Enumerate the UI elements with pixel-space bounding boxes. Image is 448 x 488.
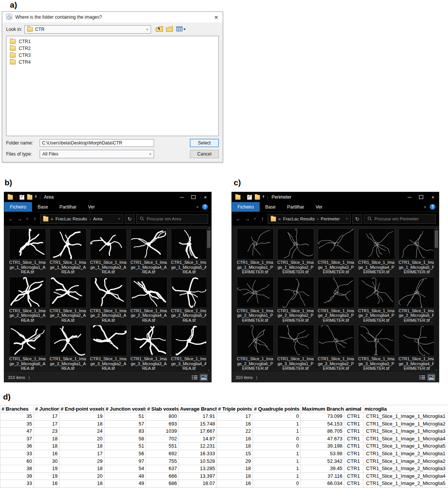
- file-tile[interactable]: CTR1_Slice_1_Image_1_Microglia1_PERIMETE…: [236, 229, 274, 274]
- tab-ficheiro[interactable]: Ficheiro: [232, 202, 260, 212]
- tab-partilhar[interactable]: Partilhar: [281, 202, 310, 212]
- maximize-button[interactable]: [188, 192, 199, 202]
- cancel-button[interactable]: Cancel: [190, 150, 219, 158]
- file-tile[interactable]: CTR1_Slice_1_Image_3_Microglia4_AREA.tif: [170, 325, 208, 371]
- file-tile[interactable]: CTR1_Slice_1_Image_3_Microglia4_PERIMETE…: [398, 325, 435, 371]
- quick-access-toolbar-chevron-icon[interactable]: ▾: [35, 195, 37, 199]
- scroll-thumb[interactable]: [435, 230, 438, 248]
- file-tile[interactable]: CTR1_Slice_1_Image_3_Microglia1_PERIMETE…: [277, 325, 314, 371]
- file-tile[interactable]: CTR1_Slice_1_Image_1_Microglia3_AREA.tif: [90, 229, 127, 274]
- tab-base[interactable]: Base: [260, 202, 281, 212]
- file-tile[interactable]: CTR1_Slice_1_Image_2_Microglia6_AREA.tif: [9, 325, 46, 371]
- new-folder-icon[interactable]: [166, 26, 174, 34]
- back-icon[interactable]: ←: [235, 216, 242, 222]
- scroll-down-icon[interactable]: ˅: [435, 368, 437, 372]
- collapse-ribbon-icon[interactable]: ˅: [196, 205, 199, 209]
- close-button[interactable]: ×: [427, 192, 439, 202]
- scrollbar[interactable]: ˄ ˅: [434, 226, 439, 372]
- collapse-ribbon-icon[interactable]: ˅: [424, 205, 426, 209]
- file-tile[interactable]: CTR1_Slice_1_Image_1_Microglia2_AREA.tif: [49, 229, 87, 274]
- view-menu-icon[interactable]: [176, 26, 186, 33]
- minimize-button[interactable]: [176, 192, 188, 202]
- file-tile[interactable]: CTR1_Slice_1_Image_2_Microglia1_AREA.tif: [9, 277, 46, 323]
- file-tile[interactable]: CTR1_Slice_1_Image_2_Microglia4_PERIMETE…: [358, 277, 395, 323]
- back-icon[interactable]: ←: [7, 216, 14, 222]
- tab-ficheiro[interactable]: Ficheiro: [4, 202, 32, 212]
- quick-access-folder-icon[interactable]: [255, 195, 260, 200]
- file-tile[interactable]: CTR1_Slice_1_Image_2_Microglia3_AREA.tif: [90, 277, 127, 323]
- quick-access-toolbar-chevron-icon[interactable]: ▾: [263, 195, 265, 199]
- breadcrumb-current[interactable]: Area: [93, 217, 102, 221]
- up-icon[interactable]: ↑: [259, 216, 266, 222]
- files-of-type-combobox[interactable]: All Files ˅: [40, 150, 154, 158]
- file-tile[interactable]: CTR1_Slice_1_Image_1_Microglia5_PERIMETE…: [398, 229, 435, 274]
- details-view-icon[interactable]: [418, 374, 426, 381]
- details-view-icon[interactable]: [191, 374, 198, 381]
- file-tile[interactable]: CTR1_Slice_1_Image_2_Microglia3_PERIMETE…: [317, 277, 355, 323]
- address-bar[interactable]: « FracLac Results › Perimeter ˅: [268, 214, 351, 224]
- file-tile[interactable]: CTR1_Slice_1_Image_2_Microglia1_PERIMETE…: [236, 277, 274, 323]
- file-tile[interactable]: CTR1_Slice_1_Image_2_Microglia5_AREA.tif: [170, 277, 208, 323]
- file-tile[interactable]: CTR1_Slice_1_Image_1_Microglia3_PERIMETE…: [317, 229, 355, 274]
- folder-list-item[interactable]: CTR3: [6, 52, 218, 59]
- file-tile[interactable]: CTR1_Slice_1_Image_2_Microglia4_AREA.tif: [130, 277, 167, 323]
- breadcrumb-chevrons[interactable]: «: [278, 217, 281, 221]
- up-icon[interactable]: ↑: [31, 216, 39, 222]
- file-tile[interactable]: CTR1_Slice_1_Image_2_Microglia6_PERIMETE…: [236, 325, 274, 371]
- file-tile[interactable]: CTR1_Slice_1_Image_3_Microglia1_AREA.tif: [49, 325, 87, 371]
- scroll-up-icon[interactable]: ˄: [208, 226, 210, 230]
- breadcrumb-chevrons[interactable]: «: [51, 217, 53, 221]
- file-tile[interactable]: CTR1_Slice_1_Image_3_Microglia2_PERIMETE…: [317, 325, 355, 371]
- file-tile[interactable]: CTR1_Slice_1_Image_1_Microglia1_AREA.tif: [9, 229, 46, 274]
- tab-base[interactable]: Base: [32, 202, 54, 212]
- forward-icon[interactable]: →: [16, 216, 23, 222]
- scrollbar[interactable]: ˄ ˅: [206, 226, 211, 372]
- help-icon[interactable]: ?: [430, 204, 435, 210]
- tab-ver[interactable]: Ver: [82, 202, 101, 212]
- close-button[interactable]: ×: [199, 192, 211, 202]
- file-tile[interactable]: CTR1_Slice_1_Image_1_Microglia5_AREA.tif: [170, 229, 208, 274]
- refresh-icon[interactable]: ↻: [352, 214, 362, 224]
- file-tile[interactable]: CTR1_Slice_1_Image_2_Microglia2_AREA.tif: [49, 277, 87, 323]
- breadcrumb-root[interactable]: FracLac Results: [55, 217, 87, 221]
- refresh-icon[interactable]: ↻: [125, 214, 135, 224]
- forward-icon[interactable]: →: [244, 216, 251, 222]
- breadcrumb-current[interactable]: Perimeter: [321, 217, 340, 221]
- tab-partilhar[interactable]: Partilhar: [54, 202, 82, 212]
- folder-name-input[interactable]: [40, 139, 154, 147]
- thumbnail-view-icon[interactable]: [200, 374, 207, 381]
- help-icon[interactable]: ?: [202, 204, 208, 210]
- file-tile[interactable]: CTR1_Slice_1_Image_3_Microglia3_AREA.tif: [130, 325, 167, 371]
- scroll-thumb[interactable]: [207, 230, 210, 248]
- address-dropdown-chevron-icon[interactable]: ˅: [346, 217, 348, 221]
- tab-ver[interactable]: Ver: [310, 202, 328, 212]
- file-tile[interactable]: CTR1_Slice_1_Image_1_Microglia2_PERIMETE…: [277, 229, 314, 274]
- quick-access-checkbox-icon[interactable]: [19, 195, 24, 200]
- recent-locations-chevron-icon[interactable]: ˅: [25, 217, 30, 221]
- quick-access-folder-icon[interactable]: [27, 195, 32, 200]
- breadcrumb-root[interactable]: FracLac Results: [283, 217, 315, 221]
- scroll-down-icon[interactable]: ˅: [208, 368, 210, 372]
- up-one-level-icon[interactable]: [156, 26, 164, 34]
- recent-locations-chevron-icon[interactable]: ˅: [252, 217, 257, 221]
- address-dropdown-chevron-icon[interactable]: ˅: [118, 217, 120, 221]
- select-button[interactable]: Select: [190, 139, 219, 147]
- folder-list-item[interactable]: CTR1: [6, 38, 218, 45]
- thumbnail-view-icon[interactable]: [427, 374, 435, 381]
- scroll-up-icon[interactable]: ˄: [435, 226, 437, 230]
- maximize-button[interactable]: [415, 192, 427, 202]
- file-tile[interactable]: CTR1_Slice_1_Image_1_Microglia4_PERIMETE…: [358, 229, 395, 274]
- file-tile[interactable]: CTR1_Slice_1_Image_3_Microglia3_PERIMETE…: [358, 325, 395, 371]
- folder-list-item[interactable]: CTR4: [6, 59, 218, 66]
- file-tile[interactable]: CTR1_Slice_1_Image_2_Microglia5_PERIMETE…: [398, 277, 435, 323]
- look-in-combobox[interactable]: CTR ˅: [24, 25, 151, 34]
- file-tile[interactable]: CTR1_Slice_1_Image_1_Microglia4_AREA.tif: [130, 229, 167, 274]
- file-tile[interactable]: CTR1_Slice_1_Image_3_Microglia2_AREA.tif: [90, 325, 127, 371]
- search-box[interactable]: Procurar em Area: [136, 214, 208, 224]
- quick-access-checkbox-icon[interactable]: [247, 195, 252, 200]
- search-box[interactable]: Procurar em Perimeter: [364, 214, 436, 224]
- address-bar[interactable]: « FracLac Results › Area ˅: [40, 214, 123, 224]
- minimize-button[interactable]: [403, 192, 415, 202]
- dialog-close-icon[interactable]: ×: [214, 14, 219, 21]
- folder-list-item[interactable]: CTR2: [6, 45, 218, 52]
